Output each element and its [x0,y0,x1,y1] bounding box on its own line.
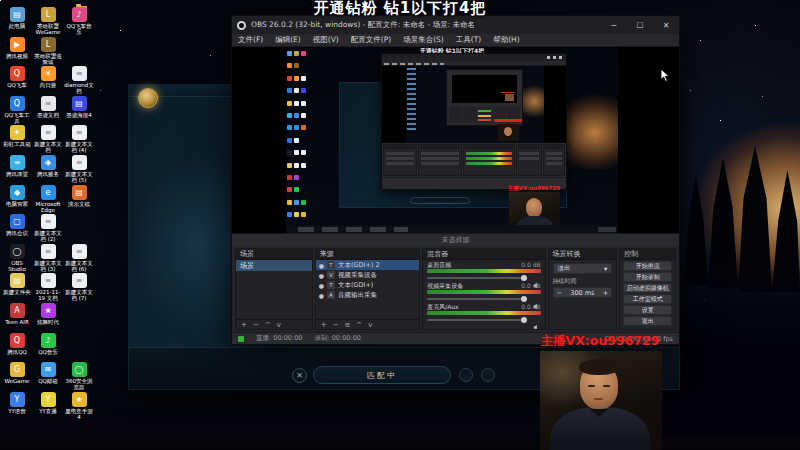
desktop-icon[interactable]: ◈腾讯服务 [33,155,63,185]
obs-menu-item-0[interactable]: 文件(F) [232,35,269,45]
desktop-icon[interactable]: ≡墨迹文档 [33,96,63,126]
mixer-list: 桌面音频0.0 dB视频采集设备0.0 dB麦克风/Aux0.0 dB [423,260,544,329]
exit-button[interactable]: 退出 [623,316,672,326]
remove-icon[interactable]: − [253,321,259,329]
desktop-icon[interactable]: Q腾讯QQ [2,333,32,363]
source-item[interactable]: ●T文本(GDI+) [316,280,420,290]
volume-slider[interactable] [427,316,540,323]
preview-desktop-icon [294,63,299,68]
volume-slider[interactable] [427,295,540,302]
visibility-eye-icon[interactable]: ● [319,262,324,269]
lol-cancel-queue-button[interactable]: ✕ [292,368,307,383]
desktop-icon[interactable]: ≡新建文本文档 [33,125,63,155]
channel-name: 麦克风/Aux [427,303,458,310]
lol-chat-button[interactable] [481,368,495,382]
desktop-icon[interactable]: ☀向日葵 [33,66,63,96]
desktop-icon[interactable]: QQQ飞车 [2,66,32,96]
speaker-icon[interactable] [533,316,540,329]
obs-titlebar[interactable]: OBS 26.0.2 (32-bit, windows) - 配置文件: 未命名… [232,16,679,34]
desktop-icon[interactable]: ≡腾讯课堂 [2,155,32,185]
desktop-icon[interactable]: ≡diamond文档 [64,66,94,96]
visibility-eye-icon[interactable]: ● [319,292,324,299]
desktop-icon[interactable]: ♪QQ音乐 [33,333,63,363]
obs-menu-item-5[interactable]: 工具(T) [450,35,487,45]
virtual-camera-button[interactable]: 启动虚拟摄像机 [623,283,672,293]
desktop-icon[interactable]: ▤演示文稿 [64,185,94,215]
desktop-icon-image: ≡ [41,214,56,229]
spin-plus-icon[interactable]: + [603,289,608,297]
source-name: 音频输出采集 [338,291,377,300]
desktop-icon[interactable]: ▤墨迹海报4 [64,96,94,126]
desktop-icon[interactable]: ATeen AIR [2,303,32,333]
desktop-icon[interactable]: ★炫舞时代 [33,303,63,333]
down-icon[interactable]: v [368,321,372,329]
desktop-icon[interactable]: ▤新建文件夹 [2,273,32,303]
obs-menu-item-6[interactable]: 帮助(H) [487,35,526,45]
visibility-eye-icon[interactable]: ● [319,272,324,279]
studio-mode-button[interactable]: 工作室模式 [623,294,672,304]
source-item[interactable]: ●A音频输出采集 [316,290,420,300]
desktop-icon[interactable]: ≡新建文本文档 (3) [33,244,63,274]
desktop-icon[interactable]: ≡新建文本文档 (6) [64,244,94,274]
desktop-icon[interactable]: ✦彩虹工具箱 [2,125,32,155]
desktop-icon[interactable]: ≡新建文本文档 (5) [64,155,94,185]
desktop-icon[interactable]: YYY语音 [2,392,32,422]
slider-handle[interactable] [521,296,527,302]
duration-spinbox[interactable]: − 300 ms + [553,287,613,298]
down-icon[interactable]: v [277,321,281,329]
desktop-icon[interactable]: ▶腾讯视频 [2,37,32,67]
volume-slider[interactable] [427,274,540,281]
source-item[interactable]: ●V视频采集设备 [316,270,420,280]
lol-queue-bar[interactable]: 匹配中 [313,366,451,384]
webcam-person-hair [579,359,619,375]
properties-icon[interactable]: ≡ [344,321,350,329]
minimize-button[interactable]: ─ [601,16,627,34]
mixer-channel-header: 桌面音频0.0 dB [427,261,540,268]
settings-button[interactable]: 设置 [623,305,672,315]
obs-menu-item-3[interactable]: 配置文件(P) [345,35,397,45]
up-icon[interactable]: ^ [265,321,271,329]
obs-menu-item-2[interactable]: 视图(V) [307,35,345,45]
desktop-icon[interactable]: L英雄联盟道聚城 [33,37,63,67]
start-recording-button[interactable]: 开始录制 [623,272,672,282]
obs-menu-item-4[interactable]: 场景集合(S) [397,35,450,45]
close-button[interactable]: ✕ [653,16,679,34]
slider-handle[interactable] [521,317,527,323]
start-streaming-button[interactable]: 开始推流 [623,261,672,271]
slider-handle[interactable] [521,275,527,281]
lol-social-button[interactable] [459,368,473,382]
spin-minus-icon[interactable]: − [557,289,562,297]
desktop-icon[interactable]: ◯OBS Studio [2,244,32,274]
desktop-icon[interactable]: ≡新建文本文档 (4) [64,125,94,155]
maximize-button[interactable]: ☐ [627,16,653,34]
desktop-icon[interactable]: ≡新建文本文档 (7) [64,273,94,303]
remove-icon[interactable]: − [333,321,339,329]
source-item[interactable]: ●T文本(GDI+) 2 [316,260,420,270]
desktop-icon[interactable]: GWeGame [2,362,32,392]
up-icon[interactable]: ^ [356,321,362,329]
desktop-icon[interactable]: YYY直播 [33,392,63,422]
speaker-icon[interactable] [533,295,540,314]
obs-preview[interactable]: 开通钻粉 钻1以下打4把 [232,47,679,233]
desktop-icon[interactable]: ≡新建文本文档 (2) [33,214,63,244]
transition-select[interactable]: 淡出 ▾ [553,263,613,274]
desktop-icon[interactable]: QQQ飞车工具 [2,96,32,126]
obs-docks: 场景 场景 + − ^ v 来源 ●T文本(GDI+) 2●V视频采集设备●T文… [232,246,679,332]
desktop-icon [64,214,94,244]
desktop-icon[interactable]: eMicrosoft Edge [33,185,63,215]
desktop-icon[interactable]: ◆电脑管家 [2,185,32,215]
desktop-icon-image: ≡ [72,155,87,170]
visibility-eye-icon[interactable]: ● [319,282,324,289]
add-icon[interactable]: + [241,321,247,329]
desktop-icon [64,303,94,333]
desktop-icon[interactable]: ★星电竞手游4 [64,392,94,422]
speaker-icon[interactable] [533,274,540,293]
desktop-icon[interactable]: ◯360安全浏览器 [64,362,94,392]
desktop-icon[interactable]: ≡2021-11-19 文档 [33,273,63,303]
desktop-icon-label: QQ音乐 [33,349,63,355]
scene-item[interactable]: 场景 [236,260,312,271]
add-icon[interactable]: + [321,321,327,329]
obs-menu-item-1[interactable]: 编辑(E) [269,35,307,45]
desktop-icon[interactable]: ▢腾讯会议 [2,214,32,244]
desktop-icon[interactable]: ✉QQ邮箱 [33,362,63,392]
